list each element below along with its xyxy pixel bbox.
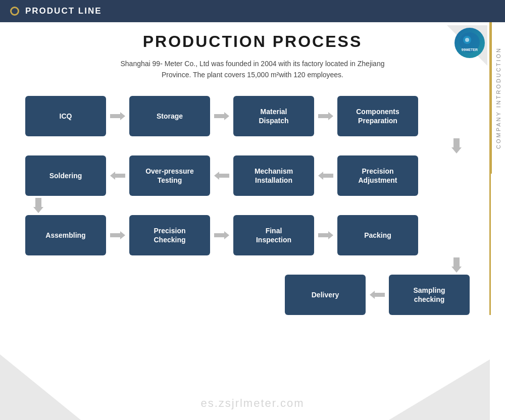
arrow-sampling-delivery (370, 290, 385, 300)
page-title: PRODUCTION PROCESS (25, 32, 480, 51)
process-components-preparation: ComponentsPreparation (337, 96, 418, 136)
svg-marker-12 (110, 231, 125, 239)
arrow-storage-dispatch (214, 111, 229, 121)
vertical-arrow-row2-to-row3 (25, 196, 470, 215)
process-soldering: Soldering (25, 155, 106, 196)
header-title: PRODUCT LINE (25, 6, 102, 16)
watermark: es.zsjrlmeter.com (200, 397, 304, 410)
process-mechanism-installation: MechanismInstallation (233, 155, 314, 196)
flow-row-2: Soldering Over-pressureTesting Mechanism… (25, 155, 470, 196)
svg-marker-4 (110, 112, 125, 120)
svg-marker-6 (318, 112, 333, 120)
arrow-assembling-precision-checking (110, 230, 125, 240)
process-storage: Storage (129, 96, 210, 136)
svg-marker-16 (370, 291, 385, 299)
svg-marker-11 (33, 198, 43, 213)
svg-marker-5 (214, 112, 229, 120)
vertical-arrow-row1-to-row2 (25, 136, 470, 155)
arrow-overpressure-soldering (110, 171, 125, 181)
header-circle-icon (10, 7, 19, 16)
process-precision-adjustment: PrecisionAdjustment (337, 155, 418, 196)
bottom-left-decoration (0, 354, 81, 420)
process-assembling: Assembling (25, 215, 106, 255)
process-icq: ICQ (25, 96, 106, 136)
svg-marker-10 (318, 172, 333, 180)
bottom-right-decoration (389, 359, 490, 420)
arrow-final-packing (318, 230, 333, 240)
svg-marker-14 (318, 231, 333, 239)
arrow-precision-checking-final (214, 230, 229, 240)
svg-marker-7 (451, 138, 462, 153)
svg-marker-9 (214, 172, 229, 180)
arrow-icq-storage (110, 111, 125, 121)
svg-marker-13 (214, 231, 229, 239)
arrow-dispatch-components (318, 111, 333, 121)
svg-marker-15 (451, 257, 462, 273)
vertical-arrow-row3-to-row4 (25, 255, 470, 275)
main-content: PRODUCTION PROCESS Shanghai 99- Meter Co… (0, 22, 505, 325)
process-packing: Packing (337, 215, 418, 255)
process-precision-checking: PrecisionChecking (129, 215, 210, 255)
process-final-inspection: FinalInspection (233, 215, 314, 255)
process-overpressure-testing: Over-pressureTesting (129, 155, 210, 196)
subtitle: Shanghai 99- Meter Co., Ltd was founded … (25, 58, 480, 81)
flow-row-1: ICQ Storage MaterialDispatch ComponentsP… (25, 96, 470, 136)
process-delivery: Delivery (285, 275, 366, 315)
arrow-precision-adj-mechanism (318, 171, 333, 181)
svg-marker-8 (110, 172, 125, 180)
flow-row-3: Assembling PrecisionChecking FinalInspec… (25, 215, 470, 255)
header-bar: PRODUCT LINE (0, 0, 505, 22)
flow-row-4: Delivery Samplingchecking (25, 275, 470, 315)
arrow-mechanism-overpressure (214, 171, 229, 181)
flow-diagram: ICQ Storage MaterialDispatch ComponentsP… (25, 96, 480, 315)
process-sampling-checking: Samplingchecking (389, 275, 470, 315)
process-material-dispatch: MaterialDispatch (233, 96, 314, 136)
